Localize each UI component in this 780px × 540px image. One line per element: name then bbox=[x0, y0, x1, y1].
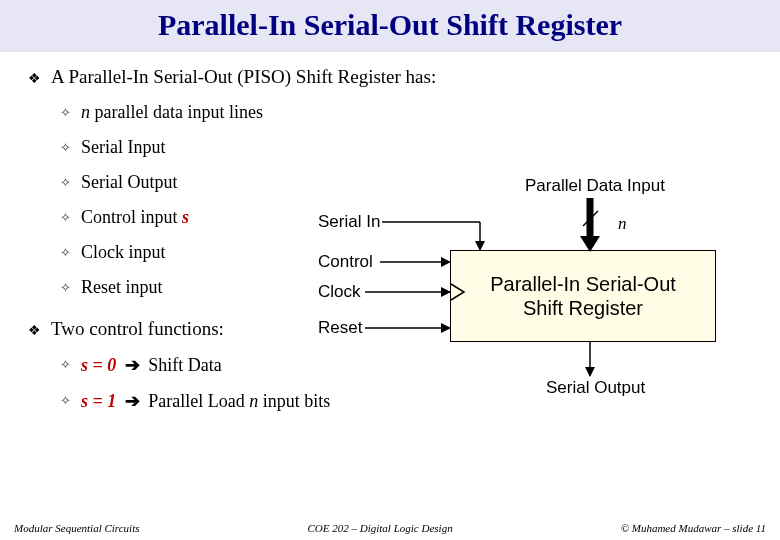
diamond-outline-icon: ✧ bbox=[60, 280, 71, 296]
label-reset: Reset bbox=[318, 318, 362, 338]
box-line2: Shift Register bbox=[490, 296, 676, 320]
sub-serial-input: ✧ Serial Input bbox=[60, 137, 752, 158]
footer-right: © Muhamed Mudawar – slide 11 bbox=[621, 522, 766, 534]
diamond-outline-icon: ✧ bbox=[60, 245, 71, 261]
sub-n-lines: ✧ n parallel data input lines bbox=[60, 102, 752, 123]
diamond-icon: ❖ bbox=[28, 322, 41, 339]
sub-text: s = 0 ➔ Shift Data bbox=[81, 354, 222, 376]
sub-text: Clock input bbox=[81, 242, 166, 263]
diamond-outline-icon: ✧ bbox=[60, 393, 71, 409]
signal-n: n bbox=[618, 214, 627, 234]
bullet-text: A Parallel-In Serial-Out (PISO) Shift Re… bbox=[51, 66, 436, 88]
box-line1: Parallel-In Serial-Out bbox=[490, 272, 676, 296]
slide-footer: Modular Sequential Circuits COE 202 – Di… bbox=[0, 522, 780, 534]
diamond-outline-icon: ✧ bbox=[60, 175, 71, 191]
sub-text: Reset input bbox=[81, 277, 163, 298]
sub-text: Serial Output bbox=[81, 172, 178, 193]
title-bar: Parallel-In Serial-Out Shift Register bbox=[0, 0, 780, 52]
label-clock: Clock bbox=[318, 282, 361, 302]
slide-content: ❖ A Parallel-In Serial-Out (PISO) Shift … bbox=[0, 52, 780, 412]
label-control: Control bbox=[318, 252, 373, 272]
label-serial-in: Serial In bbox=[318, 212, 380, 232]
arrow-right-icon: ➔ bbox=[125, 354, 140, 376]
svg-line-4 bbox=[583, 211, 598, 226]
footer-left: Modular Sequential Circuits bbox=[14, 522, 139, 534]
sub-text: Control input s bbox=[81, 207, 189, 228]
bullet-piso-has: ❖ A Parallel-In Serial-Out (PISO) Shift … bbox=[28, 66, 752, 88]
arrow-right-icon: ➔ bbox=[125, 390, 140, 412]
sub-text: Serial Input bbox=[81, 137, 165, 158]
diamond-outline-icon: ✧ bbox=[60, 357, 71, 373]
footer-center: COE 202 – Digital Logic Design bbox=[308, 522, 453, 534]
bullet-text: Two control functions: bbox=[51, 318, 224, 340]
label-parallel-data: Parallel Data Input bbox=[525, 176, 665, 196]
sub-text: n parallel data input lines bbox=[81, 102, 263, 123]
diamond-outline-icon: ✧ bbox=[60, 210, 71, 226]
diamond-outline-icon: ✧ bbox=[60, 105, 71, 121]
sub-text: s = 1 ➔ Parallel Load n input bits bbox=[81, 390, 330, 412]
diamond-outline-icon: ✧ bbox=[60, 140, 71, 156]
label-serial-out: Serial Output bbox=[546, 378, 645, 398]
diamond-icon: ❖ bbox=[28, 70, 41, 87]
register-box: Parallel-In Serial-Out Shift Register bbox=[450, 250, 716, 342]
slide-title: Parallel-In Serial-Out Shift Register bbox=[0, 8, 780, 42]
piso-diagram: Parallel Data Input Serial In Control Cl… bbox=[300, 178, 760, 408]
